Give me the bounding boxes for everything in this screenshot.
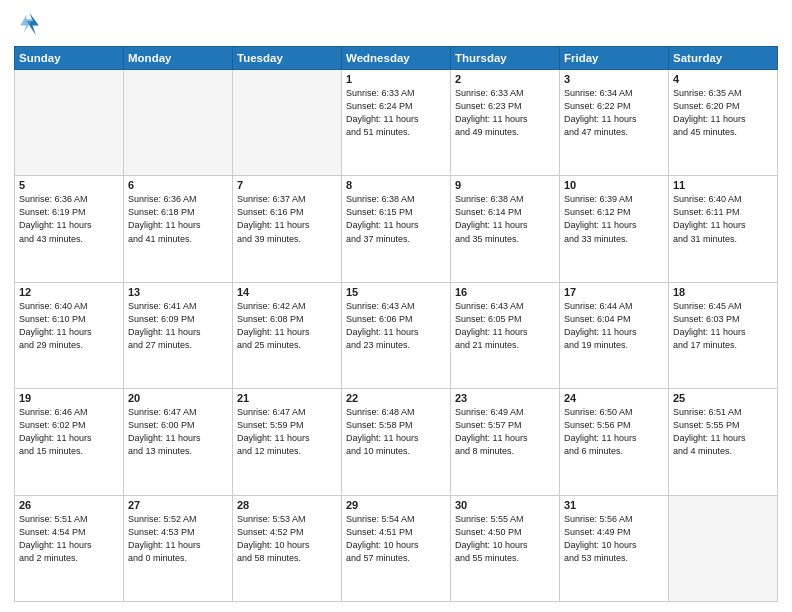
day-number: 27 [128,499,228,511]
day-number: 18 [673,286,773,298]
calendar-day-7: 7Sunrise: 6:37 AM Sunset: 6:16 PM Daylig… [233,176,342,282]
day-info: Sunrise: 6:35 AM Sunset: 6:20 PM Dayligh… [673,87,773,139]
day-number: 12 [19,286,119,298]
day-number: 17 [564,286,664,298]
day-number: 24 [564,392,664,404]
calendar-day-27: 27Sunrise: 5:52 AM Sunset: 4:53 PM Dayli… [124,495,233,601]
calendar-day-6: 6Sunrise: 6:36 AM Sunset: 6:18 PM Daylig… [124,176,233,282]
calendar-day-13: 13Sunrise: 6:41 AM Sunset: 6:09 PM Dayli… [124,282,233,388]
day-info: Sunrise: 6:33 AM Sunset: 6:24 PM Dayligh… [346,87,446,139]
logo [14,10,46,38]
calendar-day-24: 24Sunrise: 6:50 AM Sunset: 5:56 PM Dayli… [560,389,669,495]
day-number: 21 [237,392,337,404]
day-info: Sunrise: 6:48 AM Sunset: 5:58 PM Dayligh… [346,406,446,458]
calendar-day-empty [669,495,778,601]
day-info: Sunrise: 5:56 AM Sunset: 4:49 PM Dayligh… [564,513,664,565]
day-number: 3 [564,73,664,85]
calendar-day-28: 28Sunrise: 5:53 AM Sunset: 4:52 PM Dayli… [233,495,342,601]
calendar-day-23: 23Sunrise: 6:49 AM Sunset: 5:57 PM Dayli… [451,389,560,495]
day-number: 25 [673,392,773,404]
calendar-day-1: 1Sunrise: 6:33 AM Sunset: 6:24 PM Daylig… [342,70,451,176]
calendar-day-30: 30Sunrise: 5:55 AM Sunset: 4:50 PM Dayli… [451,495,560,601]
calendar-day-31: 31Sunrise: 5:56 AM Sunset: 4:49 PM Dayli… [560,495,669,601]
calendar-day-9: 9Sunrise: 6:38 AM Sunset: 6:14 PM Daylig… [451,176,560,282]
calendar-day-3: 3Sunrise: 6:34 AM Sunset: 6:22 PM Daylig… [560,70,669,176]
col-header-saturday: Saturday [669,47,778,70]
day-info: Sunrise: 6:51 AM Sunset: 5:55 PM Dayligh… [673,406,773,458]
calendar-day-25: 25Sunrise: 6:51 AM Sunset: 5:55 PM Dayli… [669,389,778,495]
calendar-table: SundayMondayTuesdayWednesdayThursdayFrid… [14,46,778,602]
day-info: Sunrise: 6:33 AM Sunset: 6:23 PM Dayligh… [455,87,555,139]
calendar-week-row: 12Sunrise: 6:40 AM Sunset: 6:10 PM Dayli… [15,282,778,388]
day-info: Sunrise: 6:47 AM Sunset: 6:00 PM Dayligh… [128,406,228,458]
day-info: Sunrise: 6:34 AM Sunset: 6:22 PM Dayligh… [564,87,664,139]
col-header-wednesday: Wednesday [342,47,451,70]
day-info: Sunrise: 6:36 AM Sunset: 6:18 PM Dayligh… [128,193,228,245]
day-info: Sunrise: 6:37 AM Sunset: 6:16 PM Dayligh… [237,193,337,245]
calendar-day-4: 4Sunrise: 6:35 AM Sunset: 6:20 PM Daylig… [669,70,778,176]
day-number: 1 [346,73,446,85]
calendar-day-19: 19Sunrise: 6:46 AM Sunset: 6:02 PM Dayli… [15,389,124,495]
day-info: Sunrise: 6:38 AM Sunset: 6:15 PM Dayligh… [346,193,446,245]
col-header-monday: Monday [124,47,233,70]
logo-icon [14,10,42,38]
calendar-day-12: 12Sunrise: 6:40 AM Sunset: 6:10 PM Dayli… [15,282,124,388]
calendar-day-8: 8Sunrise: 6:38 AM Sunset: 6:15 PM Daylig… [342,176,451,282]
day-number: 26 [19,499,119,511]
calendar-day-empty [124,70,233,176]
calendar-day-14: 14Sunrise: 6:42 AM Sunset: 6:08 PM Dayli… [233,282,342,388]
col-header-tuesday: Tuesday [233,47,342,70]
day-info: Sunrise: 6:45 AM Sunset: 6:03 PM Dayligh… [673,300,773,352]
day-number: 30 [455,499,555,511]
day-number: 22 [346,392,446,404]
day-number: 13 [128,286,228,298]
col-header-friday: Friday [560,47,669,70]
day-info: Sunrise: 6:42 AM Sunset: 6:08 PM Dayligh… [237,300,337,352]
day-info: Sunrise: 5:53 AM Sunset: 4:52 PM Dayligh… [237,513,337,565]
calendar-day-26: 26Sunrise: 5:51 AM Sunset: 4:54 PM Dayli… [15,495,124,601]
day-info: Sunrise: 6:36 AM Sunset: 6:19 PM Dayligh… [19,193,119,245]
day-number: 19 [19,392,119,404]
calendar-day-20: 20Sunrise: 6:47 AM Sunset: 6:00 PM Dayli… [124,389,233,495]
calendar-week-row: 1Sunrise: 6:33 AM Sunset: 6:24 PM Daylig… [15,70,778,176]
day-info: Sunrise: 6:44 AM Sunset: 6:04 PM Dayligh… [564,300,664,352]
calendar-week-row: 19Sunrise: 6:46 AM Sunset: 6:02 PM Dayli… [15,389,778,495]
calendar-day-empty [233,70,342,176]
calendar-day-empty [15,70,124,176]
calendar-day-17: 17Sunrise: 6:44 AM Sunset: 6:04 PM Dayli… [560,282,669,388]
day-info: Sunrise: 6:41 AM Sunset: 6:09 PM Dayligh… [128,300,228,352]
col-header-thursday: Thursday [451,47,560,70]
day-info: Sunrise: 5:52 AM Sunset: 4:53 PM Dayligh… [128,513,228,565]
day-info: Sunrise: 6:43 AM Sunset: 6:06 PM Dayligh… [346,300,446,352]
calendar-day-15: 15Sunrise: 6:43 AM Sunset: 6:06 PM Dayli… [342,282,451,388]
calendar-header-row: SundayMondayTuesdayWednesdayThursdayFrid… [15,47,778,70]
calendar-day-21: 21Sunrise: 6:47 AM Sunset: 5:59 PM Dayli… [233,389,342,495]
day-info: Sunrise: 6:38 AM Sunset: 6:14 PM Dayligh… [455,193,555,245]
day-info: Sunrise: 5:51 AM Sunset: 4:54 PM Dayligh… [19,513,119,565]
day-info: Sunrise: 6:46 AM Sunset: 6:02 PM Dayligh… [19,406,119,458]
calendar-day-18: 18Sunrise: 6:45 AM Sunset: 6:03 PM Dayli… [669,282,778,388]
day-number: 16 [455,286,555,298]
day-number: 29 [346,499,446,511]
col-header-sunday: Sunday [15,47,124,70]
day-number: 6 [128,179,228,191]
day-number: 7 [237,179,337,191]
day-number: 14 [237,286,337,298]
day-info: Sunrise: 5:54 AM Sunset: 4:51 PM Dayligh… [346,513,446,565]
calendar-week-row: 26Sunrise: 5:51 AM Sunset: 4:54 PM Dayli… [15,495,778,601]
day-info: Sunrise: 6:40 AM Sunset: 6:10 PM Dayligh… [19,300,119,352]
day-info: Sunrise: 6:43 AM Sunset: 6:05 PM Dayligh… [455,300,555,352]
day-number: 11 [673,179,773,191]
day-number: 4 [673,73,773,85]
day-number: 9 [455,179,555,191]
calendar-day-5: 5Sunrise: 6:36 AM Sunset: 6:19 PM Daylig… [15,176,124,282]
calendar-day-16: 16Sunrise: 6:43 AM Sunset: 6:05 PM Dayli… [451,282,560,388]
calendar-day-10: 10Sunrise: 6:39 AM Sunset: 6:12 PM Dayli… [560,176,669,282]
day-number: 28 [237,499,337,511]
day-number: 5 [19,179,119,191]
day-info: Sunrise: 5:55 AM Sunset: 4:50 PM Dayligh… [455,513,555,565]
calendar-day-22: 22Sunrise: 6:48 AM Sunset: 5:58 PM Dayli… [342,389,451,495]
day-info: Sunrise: 6:47 AM Sunset: 5:59 PM Dayligh… [237,406,337,458]
calendar-week-row: 5Sunrise: 6:36 AM Sunset: 6:19 PM Daylig… [15,176,778,282]
calendar-day-2: 2Sunrise: 6:33 AM Sunset: 6:23 PM Daylig… [451,70,560,176]
